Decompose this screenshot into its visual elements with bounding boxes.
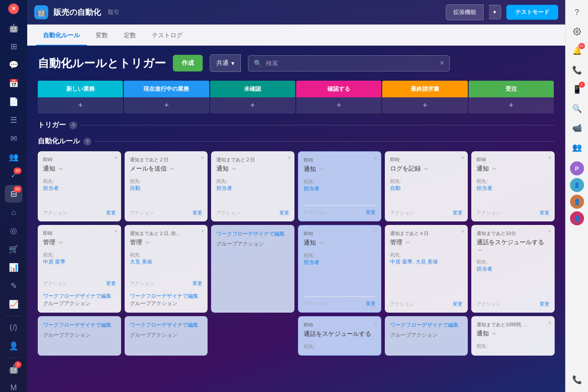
- sidebar-icon-grid[interactable]: ⊞: [5, 38, 22, 55]
- create-button[interactable]: 作成: [173, 55, 203, 71]
- tab-constants[interactable]: 定数: [117, 26, 143, 46]
- stage-add-btn-3[interactable]: +: [210, 97, 295, 114]
- sidebar-icon-barchart[interactable]: 📈: [5, 296, 22, 313]
- sidebar-icon-people[interactable]: 👥: [5, 148, 22, 166]
- rs-settings-icon[interactable]: [568, 23, 586, 40]
- rule-card-11-edit-icon[interactable]: ✏: [406, 240, 410, 245]
- rule-card-12-edit-icon[interactable]: ✏: [478, 248, 482, 253]
- rule-card-8-change-btn[interactable]: 変更: [193, 280, 202, 287]
- rule-card-7-action-link[interactable]: アクション: [43, 280, 67, 287]
- rule-card-1-close[interactable]: ×: [115, 155, 118, 161]
- search-clear-button[interactable]: ×: [440, 59, 444, 67]
- rule-card-7-change-btn[interactable]: 変更: [106, 280, 116, 287]
- rule-card-10-edit-icon[interactable]: ✏: [319, 240, 323, 246]
- stage-add-btn-5[interactable]: +: [382, 97, 467, 114]
- stage-add-btn-4[interactable]: +: [296, 97, 381, 114]
- rule-card-3-edit-icon[interactable]: ✏: [232, 166, 236, 171]
- rs-avatar-3[interactable]: 👤: [570, 195, 584, 209]
- sidebar-icon-target[interactable]: ◎: [5, 222, 22, 239]
- rs-phone-green-icon[interactable]: 📞: [568, 61, 586, 79]
- rule-card-6-close[interactable]: ×: [548, 155, 551, 161]
- rs-avatar-4[interactable]: 👤: [570, 211, 584, 225]
- rule-card-2-close[interactable]: ×: [201, 155, 204, 161]
- rule-card-8-close[interactable]: ×: [201, 228, 204, 235]
- rule-card-18-close[interactable]: ×: [548, 320, 551, 326]
- rule-card-10-action-link[interactable]: アクション: [304, 300, 328, 307]
- rule-card-12-action-link[interactable]: アクション: [477, 301, 501, 307]
- rule-card-12-close[interactable]: ×: [548, 228, 551, 235]
- close-button[interactable]: ✕: [8, 4, 19, 14]
- sidebar-icon-bot2[interactable]: 🤖 5: [5, 360, 22, 378]
- rs-avatar-1[interactable]: P: [570, 161, 584, 175]
- rule-card-3-close[interactable]: ×: [288, 155, 291, 161]
- rule-card-1-edit-icon[interactable]: ✏: [59, 166, 63, 171]
- rule-card-4-action-link[interactable]: アクション: [304, 209, 328, 216]
- rule-card-11-change-btn[interactable]: 変更: [453, 301, 463, 307]
- rule-card-3-change-btn[interactable]: 変更: [280, 210, 289, 216]
- stage-add-btn-6[interactable]: +: [469, 97, 554, 114]
- rule-card-14-workflow-edit[interactable]: ワークフローデザイナで編集: [130, 321, 198, 329]
- rule-card-2-change-btn[interactable]: 変更: [193, 210, 202, 216]
- test-mode-button[interactable]: テストモード: [506, 5, 558, 20]
- rule-card-1-action-link[interactable]: アクション: [43, 210, 67, 216]
- stage-add-btn-2[interactable]: +: [124, 97, 209, 114]
- sidebar-icon-home[interactable]: ⌂: [5, 203, 22, 221]
- rule-card-7-edit-icon[interactable]: ✏: [59, 240, 63, 245]
- rule-card-6-change-btn[interactable]: 変更: [540, 210, 549, 216]
- rule-card-8-edit-icon[interactable]: ✏: [146, 240, 150, 245]
- extend-button[interactable]: 拡張機能: [446, 4, 484, 20]
- sidebar-icon-code[interactable]: ⟨/⟩: [5, 319, 22, 336]
- sidebar-icon-report[interactable]: 📊: [5, 259, 22, 276]
- sidebar-icon-robot[interactable]: 🤖: [5, 19, 22, 37]
- tab-variables[interactable]: 変数: [89, 26, 115, 46]
- rule-card-5-change-btn[interactable]: 変更: [453, 210, 463, 216]
- automation-help-icon[interactable]: ?: [83, 138, 91, 146]
- sidebar-icon-layers[interactable]: ☰: [5, 111, 22, 129]
- rule-card-8-workflow-edit[interactable]: ワークフローデザイナで編集: [130, 292, 203, 300]
- rule-card-11-close[interactable]: ×: [461, 228, 464, 235]
- sidebar-icon-tasks[interactable]: ✓ 24: [5, 167, 22, 184]
- stage-add-btn-1[interactable]: +: [38, 97, 123, 114]
- rule-card-4-close[interactable]: ×: [374, 155, 377, 161]
- rule-card-4-change-btn[interactable]: 変更: [366, 209, 376, 216]
- rule-card-11-action-link[interactable]: アクション: [390, 301, 414, 307]
- rule-card-2-edit-icon[interactable]: ✏: [170, 166, 174, 171]
- rule-card-18-edit-icon[interactable]: ✏: [492, 331, 496, 336]
- rs-people-icon[interactable]: 👥: [568, 139, 586, 156]
- rule-card-4-edit-icon[interactable]: ✏: [319, 167, 323, 172]
- rs-help-icon[interactable]: ?: [568, 4, 586, 21]
- rule-card-8-action-link[interactable]: アクション: [130, 280, 154, 287]
- rule-card-17-workflow-edit[interactable]: ワークフローデザイナで編集: [390, 321, 459, 329]
- rule-card-9-workflow-edit[interactable]: ワークフローデザイナで編集: [216, 230, 285, 238]
- rs-avatar-2[interactable]: 👤: [570, 178, 584, 192]
- sidebar-icon-edit[interactable]: ✎: [5, 277, 22, 295]
- rule-card-6-action-link[interactable]: アクション: [477, 210, 501, 216]
- extend-arrow-button[interactable]: ▾: [489, 5, 501, 19]
- rs-phone2-icon[interactable]: 1 📱: [568, 81, 586, 98]
- rule-card-5-close[interactable]: ×: [461, 155, 464, 161]
- rule-card-2-action-link[interactable]: アクション: [130, 210, 154, 216]
- sidebar-icon-user[interactable]: 👤: [5, 337, 22, 355]
- rule-card-7-workflow-edit[interactable]: ワークフローデザイナで編集: [43, 292, 116, 300]
- sidebar-icon-monogram[interactable]: M: [5, 379, 22, 392]
- rule-card-12-change-btn[interactable]: 変更: [540, 301, 549, 307]
- sidebar-icon-document[interactable]: 📄: [5, 93, 22, 110]
- tab-test-log[interactable]: テストログ: [145, 26, 190, 46]
- common-button[interactable]: 共通 ▾: [210, 54, 241, 72]
- rule-card-16-close[interactable]: ×: [374, 320, 377, 326]
- sidebar-icon-mail[interactable]: ✉: [5, 130, 22, 147]
- search-input[interactable]: [266, 60, 437, 67]
- rs-bell-icon[interactable]: 🔔 31: [568, 42, 586, 60]
- rule-card-6-edit-icon[interactable]: ✏: [492, 166, 496, 171]
- rule-card-5-edit-icon[interactable]: ✏: [424, 166, 428, 171]
- rule-card-1-change-btn[interactable]: 変更: [106, 210, 116, 216]
- sidebar-icon-kanban[interactable]: ⊟ 59: [5, 185, 22, 203]
- rule-card-5-action-link[interactable]: アクション: [390, 210, 414, 216]
- rule-card-13-workflow-edit[interactable]: ワークフローデザイナで編集: [43, 321, 111, 329]
- rs-video-icon[interactable]: 📹: [568, 119, 586, 137]
- sidebar-icon-calendar[interactable]: 📅: [5, 75, 22, 92]
- rule-card-10-close[interactable]: ×: [374, 229, 377, 235]
- sidebar-icon-cart[interactable]: 🛒: [5, 240, 22, 258]
- rule-card-10-change-btn[interactable]: 変更: [366, 300, 376, 307]
- rule-card-3-action-link[interactable]: アクション: [216, 210, 240, 216]
